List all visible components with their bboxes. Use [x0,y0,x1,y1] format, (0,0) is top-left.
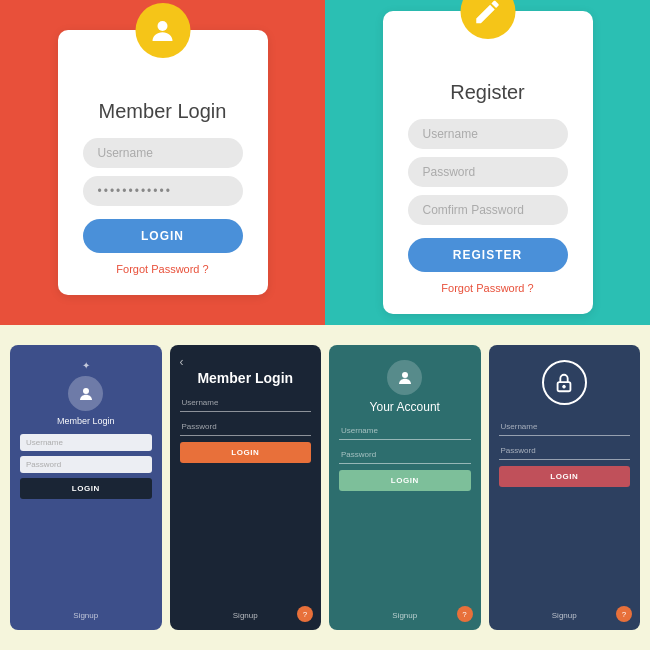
person-icon [396,369,414,387]
card1-login-btn[interactable]: LOGIN [20,478,152,499]
card1-password[interactable] [20,456,152,473]
top-section: Member Login LOGIN Forgot Password ? Reg… [0,0,650,325]
card2-password[interactable] [180,418,312,436]
pencil-icon [473,0,503,27]
card3-signup[interactable]: Signup [392,611,417,620]
register-card: Register REGISTER Forgot Password ? [383,11,593,314]
reg-confirm-input[interactable] [408,195,568,225]
member-login-card: Member Login LOGIN Forgot Password ? [58,30,268,295]
card4-password[interactable] [499,442,631,460]
lock-circle [542,360,587,405]
card4-signup[interactable]: Signup [552,611,577,620]
card3-password[interactable] [339,446,471,464]
card4-username[interactable] [499,418,631,436]
register-panel: Register REGISTER Forgot Password ? [325,0,650,325]
card2-title: Member Login [197,370,293,386]
help-badge[interactable]: ? [457,606,473,622]
password-input[interactable] [83,176,243,206]
svg-point-2 [402,372,408,378]
avatar [460,0,515,39]
login-title: Member Login [99,100,227,123]
person-icon [77,385,95,403]
login-button[interactable]: LOGIN [83,219,243,253]
forgot-password-link[interactable]: Forgot Password ? [116,263,208,275]
svg-point-0 [158,21,168,31]
mini-card-4: LOGIN Signup ? [489,345,641,630]
card2-login-btn[interactable]: LOGIN [180,442,312,463]
card2-username[interactable] [180,394,312,412]
person-icon [148,16,178,46]
avatar [68,376,103,411]
avatar [387,360,422,395]
card1-username[interactable] [20,434,152,451]
reg-forgot-link[interactable]: Forgot Password ? [441,282,533,294]
card4-login-btn[interactable]: LOGIN [499,466,631,487]
register-button[interactable]: REGISTER [408,238,568,272]
card1-signup[interactable]: Signup [73,611,98,620]
lock-icon [553,372,575,394]
help-badge[interactable]: ? [616,606,632,622]
avatar [135,3,190,58]
member-login-panel: Member Login LOGIN Forgot Password ? [0,0,325,325]
reg-password-input[interactable] [408,157,568,187]
svg-point-1 [83,388,89,394]
username-input[interactable] [83,138,243,168]
card2-signup[interactable]: Signup [233,611,258,620]
bottom-section: ✦ Member Login LOGIN Signup ‹ Member Log… [0,325,650,650]
card3-title: Your Account [370,400,440,414]
card1-title: Member Login [57,416,115,426]
mini-card-3: Your Account LOGIN Signup ? [329,345,481,630]
mini-card-2: ‹ Member Login LOGIN Signup ? [170,345,322,630]
svg-point-4 [563,385,566,388]
card3-username[interactable] [339,422,471,440]
mini-card-1: ✦ Member Login LOGIN Signup [10,345,162,630]
card3-login-btn[interactable]: LOGIN [339,470,471,491]
reg-username-input[interactable] [408,119,568,149]
help-badge[interactable]: ? [297,606,313,622]
diamond-icon: ✦ [82,360,90,371]
register-title: Register [450,81,524,104]
back-arrow-icon[interactable]: ‹ [180,355,184,369]
